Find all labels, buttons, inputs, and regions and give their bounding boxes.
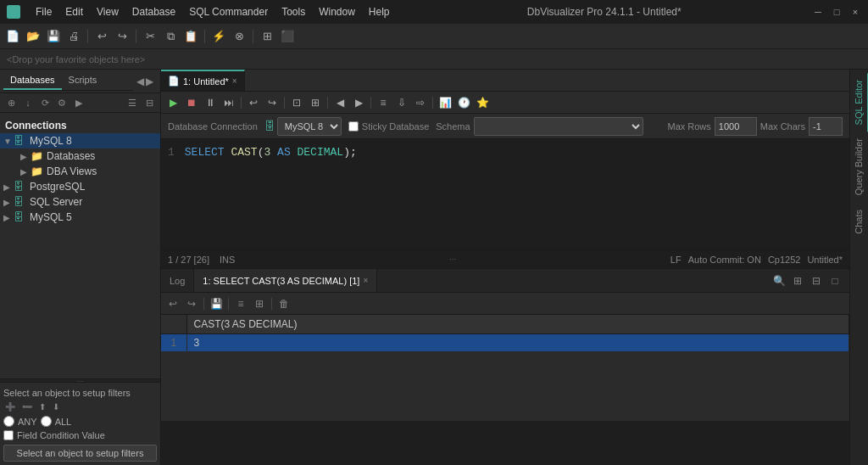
db-icon-postgresql: 🗄 [14, 181, 27, 193]
stop-button[interactable]: ⏹ [183, 94, 200, 111]
rtb-save[interactable]: 💾 [208, 295, 225, 312]
ltb-btn4[interactable]: ⚙ [54, 95, 70, 110]
rsb-tab-sqleditor[interactable]: SQL Editor [850, 73, 869, 132]
nav-next[interactable]: ▶ [350, 94, 367, 111]
rtb-layout[interactable]: ≡ [232, 295, 249, 312]
radio-all-label[interactable]: ALL [55, 417, 72, 427]
editor-tab-close[interactable]: × [232, 76, 237, 86]
results-log-tab[interactable]: Log [161, 269, 194, 292]
toolbar-btn-misc1[interactable]: ⊞ [258, 27, 276, 46]
setup-filter-button[interactable]: Select an object to setup filters [3, 445, 157, 462]
field-condition-checkbox[interactable] [3, 430, 14, 440]
resize-dots[interactable]: ··· [235, 255, 670, 264]
filter-down-btn[interactable]: ⬇ [51, 401, 61, 412]
tree-label-dbaviews: DBA Views [47, 165, 97, 177]
filter-btn[interactable]: ≡ [375, 94, 392, 111]
rtb-cols[interactable]: ⊞ [251, 295, 268, 312]
tab-scripts[interactable]: Scripts [62, 71, 104, 90]
editor-tab-1[interactable]: 📄 1: Untitled* × [161, 70, 245, 91]
table-row[interactable]: 1 3 [161, 334, 849, 352]
tab-databases[interactable]: Databases [3, 71, 62, 90]
prev-btn[interactable]: ↩ [245, 94, 262, 111]
run-button[interactable]: ▶ [164, 94, 181, 111]
ltb-btn3[interactable]: ⟳ [37, 95, 53, 110]
filter-add-btn[interactable]: ➕ [3, 401, 17, 412]
nav-right[interactable]: ▶ [146, 76, 153, 87]
explain-btn[interactable]: 📊 [437, 94, 453, 111]
toolbar-undo[interactable]: ↩ [92, 27, 111, 46]
radio-any[interactable] [3, 416, 14, 427]
filter-up-btn[interactable]: ⬆ [37, 401, 47, 412]
results-data-tab[interactable]: 1: SELECT CAST(3 AS DECIMAL) [1] × [194, 269, 377, 292]
ltb-btn1[interactable]: ⊕ [3, 95, 19, 110]
toolbar-btn4[interactable]: 🖨 [64, 27, 83, 46]
db-connection-select[interactable]: MySQL 8 [277, 117, 342, 136]
rtb-redo[interactable]: ↪ [183, 295, 200, 312]
radio-all[interactable] [41, 416, 52, 427]
rtb-undo[interactable]: ↩ [164, 295, 181, 312]
tree-item-postgresql[interactable]: ▶ 🗄 PostgreSQL [0, 179, 160, 194]
toolbar-paste[interactable]: 📋 [181, 27, 200, 46]
menu-sqlcommander[interactable]: SQL Commander [182, 4, 275, 20]
rsb-tab-querybuilder[interactable]: Query Builder [850, 132, 869, 202]
toolbar-btn-misc2[interactable]: ⬛ [278, 27, 297, 46]
toolbar-open[interactable]: 📂 [24, 27, 42, 46]
toolbar-cut[interactable]: ✂ [141, 27, 159, 46]
menu-file[interactable]: File [29, 4, 58, 20]
menu-view[interactable]: View [90, 4, 125, 20]
result-tab-close[interactable]: × [363, 276, 368, 285]
format-btn[interactable]: ⊡ [288, 94, 305, 111]
code-editor[interactable]: 1SELECT CAST(3 AS DECIMAL); [161, 139, 849, 249]
history-btn[interactable]: 🕐 [455, 94, 472, 111]
menu-window[interactable]: Window [312, 4, 362, 20]
toolbar-redo[interactable]: ↪ [113, 27, 131, 46]
results-cell-value-1[interactable]: 3 [186, 334, 849, 352]
results-col-cast[interactable]: CAST(3 AS DECIMAL) [186, 315, 849, 334]
minimize-button[interactable]: ─ [812, 6, 824, 18]
next-btn[interactable]: ↪ [264, 94, 281, 111]
tree-item-sqlserver[interactable]: ▶ 🗄 SQL Server [0, 194, 160, 210]
pause-button[interactable]: ⏸ [202, 94, 219, 111]
sticky-db-checkbox[interactable] [348, 121, 359, 132]
rb-grid1[interactable]: ⊞ [790, 273, 805, 289]
toolbar-copy[interactable]: ⧉ [161, 27, 180, 46]
rsb-tab-chats[interactable]: Chats [850, 203, 869, 241]
menu-help[interactable]: Help [362, 4, 397, 20]
ltb-btn2[interactable]: ↓ [20, 95, 36, 110]
ltb-btn6[interactable]: ☰ [125, 95, 140, 110]
tree-item-dbaviews[interactable]: ▶ 📁 DBA Views [0, 164, 160, 179]
radio-any-label[interactable]: ANY [18, 417, 37, 427]
menu-edit[interactable]: Edit [58, 4, 90, 20]
layout-btn[interactable]: ⊞ [307, 94, 324, 111]
nav-prev[interactable]: ◀ [331, 94, 348, 111]
kw-select: SELECT [185, 146, 225, 159]
nav-left[interactable]: ◀ [136, 76, 144, 87]
tree-item-mysql8[interactable]: ▼ 🗄 MySQL 8 [0, 133, 160, 148]
bookmark-btn[interactable]: ⭐ [474, 94, 491, 111]
toolbar-save[interactable]: 💾 [44, 27, 63, 46]
rb-expand[interactable]: □ [827, 273, 843, 289]
maximize-button[interactable]: □ [831, 6, 843, 18]
schema-select[interactable] [474, 117, 643, 136]
import-btn[interactable]: ⇨ [412, 94, 429, 111]
rb-grid2[interactable]: ⊟ [809, 273, 824, 289]
rtb-delete[interactable]: 🗑 [275, 295, 292, 312]
filter-remove-btn[interactable]: ➖ [20, 401, 34, 412]
type-decimal: DECIMAL [298, 146, 344, 159]
run-current-btn[interactable]: ⏭ [220, 94, 237, 111]
maxrows-input[interactable]: 1000 [715, 117, 757, 136]
menu-database[interactable]: Database [125, 4, 182, 20]
toolbar-connect[interactable]: ⚡ [209, 27, 228, 46]
ltb-btn7[interactable]: ⊟ [142, 95, 157, 110]
maxchars-input[interactable]: -1 [809, 117, 843, 136]
toolbar-new[interactable]: 📄 [3, 27, 22, 46]
tree-item-databases[interactable]: ▶ 📁 Databases [0, 148, 160, 164]
ltb-btn5[interactable]: ▶ [71, 95, 86, 110]
menu-tools[interactable]: Tools [275, 4, 312, 20]
results-table-wrap[interactable]: CAST(3 AS DECIMAL) 1 3 [161, 315, 849, 421]
tree-item-mysql5[interactable]: ▶ 🗄 MySQL 5 [0, 210, 160, 225]
toolbar-disconnect[interactable]: ⊗ [230, 27, 248, 46]
export-btn[interactable]: ⇩ [393, 94, 410, 111]
rb-search[interactable]: 🔍 [771, 273, 787, 289]
close-button[interactable]: × [849, 6, 861, 18]
